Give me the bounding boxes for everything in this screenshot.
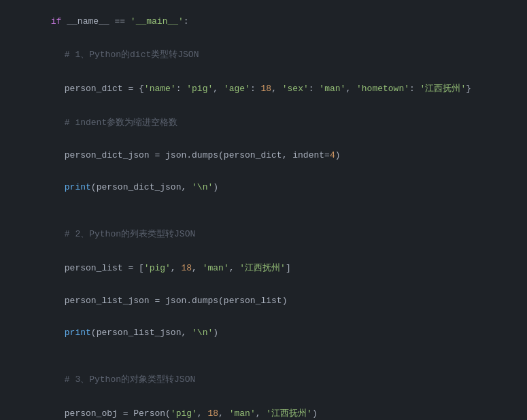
code-content: person_dict = {'name': 'pig', 'age': 18,… (19, 72, 527, 105)
code-line: print(person_dict_json, '\n') (0, 171, 527, 203)
keyword: if (51, 16, 62, 27)
code-line: person_obj = Person('pig', 18, 'man', '江… (0, 396, 527, 420)
code-line: person_dict = {'name': 'pig', 'age': 18,… (0, 71, 527, 105)
code-content (19, 349, 527, 360)
code-content: print(person_dict_json, '\n') (19, 172, 527, 203)
code-content: # 1、Python的dict类型转JSON (19, 38, 527, 71)
code-content: # 2、Python的列表类型转JSON (19, 217, 527, 250)
code-line: person_dict_json = json.dumps(person_dic… (0, 139, 527, 171)
code-content: if __name__ == '__main__': (19, 6, 527, 37)
code-line: # 2、Python的列表类型转JSON (0, 217, 527, 251)
code-content: # 3、Python的对象类型转JSON (19, 363, 527, 396)
code-content: person_dict_json = json.dumps(person_dic… (19, 140, 527, 171)
code-content: # indent参数为缩进空格数 (19, 106, 527, 139)
code-content: print(person_list_json, '\n') (19, 317, 527, 348)
code-line (0, 203, 527, 217)
code-line: print(person_list_json, '\n') (0, 317, 527, 349)
code-line (0, 349, 527, 362)
code-line: # 3、Python的对象类型转JSON (0, 362, 527, 396)
code-line: # indent参数为缩进空格数 (0, 105, 527, 139)
code-content: person_list_json = json.dumps(person_lis… (19, 285, 527, 316)
code-content (19, 204, 527, 214)
code-line: # 1、Python的dict类型转JSON (0, 37, 527, 71)
editor-area: if __name__ == '__main__': # 1、Python的di… (0, 0, 527, 420)
code-content: person_obj = Person('pig', 18, 'man', '江… (19, 397, 527, 420)
code-line: if __name__ == '__main__': (0, 5, 527, 37)
code-line: person_list = ['pig', 18, 'man', '江西抚州'] (0, 251, 527, 285)
code-content: person_list = ['pig', 18, 'man', '江西抚州'] (19, 251, 527, 284)
code-line: person_list_json = json.dumps(person_lis… (0, 285, 527, 317)
